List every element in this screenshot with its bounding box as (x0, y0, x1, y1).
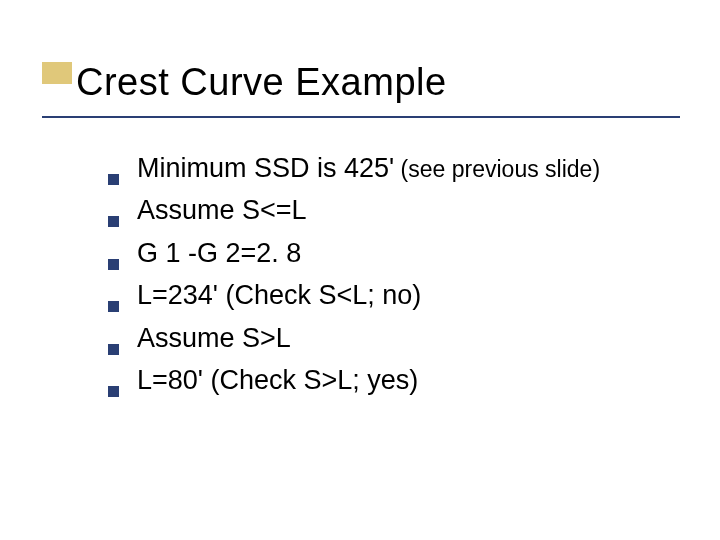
list-item: L=80' (Check S>L; yes) (108, 362, 660, 398)
bullet-main: Assume S<=L (137, 195, 307, 225)
slide-title: Crest Curve Example (76, 62, 680, 104)
bullet-main: L=234' (Check S<L; no) (137, 280, 421, 310)
bullet-text: Minimum SSD is 425' (see previous slide) (137, 150, 600, 186)
square-bullet-icon (108, 386, 119, 397)
slide-body: Minimum SSD is 425' (see previous slide)… (108, 150, 660, 405)
title-accent-square (42, 62, 72, 84)
list-item: Assume S>L (108, 320, 660, 356)
title-underline (42, 116, 680, 118)
bullet-text: G 1 -G 2=2. 8 (137, 235, 301, 271)
square-bullet-icon (108, 174, 119, 185)
square-bullet-icon (108, 344, 119, 355)
square-bullet-icon (108, 259, 119, 270)
bullet-text: L=234' (Check S<L; no) (137, 277, 421, 313)
bullet-main: Minimum SSD is 425' (137, 153, 394, 183)
bullet-text: L=80' (Check S>L; yes) (137, 362, 418, 398)
slide: Crest Curve Example Minimum SSD is 425' … (0, 0, 720, 540)
title-block: Crest Curve Example (42, 62, 680, 104)
list-item: Assume S<=L (108, 192, 660, 228)
bullet-text: Assume S<=L (137, 192, 307, 228)
bullet-main: G 1 -G 2=2. 8 (137, 238, 301, 268)
bullet-note: (see previous slide) (394, 156, 600, 182)
square-bullet-icon (108, 301, 119, 312)
list-item: Minimum SSD is 425' (see previous slide) (108, 150, 660, 186)
bullet-main: L=80' (Check S>L; yes) (137, 365, 418, 395)
bullet-main: Assume S>L (137, 323, 291, 353)
list-item: G 1 -G 2=2. 8 (108, 235, 660, 271)
bullet-text: Assume S>L (137, 320, 291, 356)
list-item: L=234' (Check S<L; no) (108, 277, 660, 313)
square-bullet-icon (108, 216, 119, 227)
